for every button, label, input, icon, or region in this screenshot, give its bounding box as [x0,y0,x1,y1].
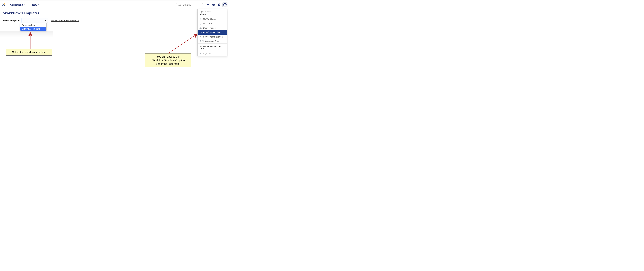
menu-server-administration[interactable]: Server Administration [198,35,227,39]
menu-user-directory-label: User Directory [203,27,216,29]
svg-rect-15 [200,20,200,20]
search-box[interactable] [176,3,203,7]
svg-rect-11 [200,19,200,19]
svg-rect-4 [3,4,4,6]
svg-rect-12 [200,19,201,19]
svg-text:?: ? [218,4,220,6]
search-input[interactable] [180,4,202,6]
svg-rect-16 [200,20,201,20]
nav-new-label: New + [32,4,39,6]
select-template-label: Select Template: [3,19,20,22]
nav-new[interactable]: New + [32,4,39,6]
menu-user-directory[interactable]: User Directory [198,26,227,30]
svg-rect-2 [2,3,3,5]
menu-customer-portal[interactable]: Customer Portal [198,39,227,43]
notifications-bell-icon[interactable] [206,3,210,7]
app-stage: Collections New + ? Workflow Templates S… [0,0,228,96]
version-label: Version: [200,45,207,47]
nav-collections-label: Collections [10,4,23,6]
svg-line-6 [179,5,180,6]
signed-in-as-label: Signed in as: [200,11,225,13]
menu-workflow-templates[interactable]: Workflow Templates [198,30,227,35]
menu-find-tasks[interactable]: Find Tasks [198,22,227,26]
arrow-to-user-menu-icon [168,34,197,53]
template-option-basic[interactable]: Basic workflow [20,23,46,27]
svg-rect-18 [200,23,201,23]
page-title: Workflow Templates [3,11,39,16]
menu-workflow-templates-label: Workflow Templates [203,31,222,34]
callout-select-template-text: Select the workflow template [9,50,49,54]
svg-point-20 [201,28,201,28]
template-dropdown-list: Basic workflow Workflow Template [20,23,46,31]
user-menu-dropdown: Signed in as: admin My Workflows Find Ta… [198,9,228,56]
user-menu-header: Signed in as: admin [198,9,227,17]
callout-user-menu-line1: You can access the [148,55,188,59]
callout-user-menu-hint: You can access the “Workflow Templates” … [145,53,191,67]
search-icon [178,4,180,6]
menu-server-administration-label: Server Administration [203,36,222,38]
menu-my-workflows[interactable]: My Workflows [198,17,227,22]
menu-sign-out[interactable]: Sign Out [198,51,227,56]
svg-rect-13 [200,19,200,19]
svg-rect-1 [2,5,3,6]
menu-find-tasks-label: Find Tasks [203,23,213,25]
select-template-row: Select Template: View in Platform Govern… [3,18,79,23]
basket-icon[interactable] [212,3,216,7]
view-in-governance-link[interactable]: View in Platform Governance [51,19,79,22]
app-logo-icon [2,3,6,7]
shade-decoration [0,31,53,37]
svg-point-10 [224,4,226,5]
list-icon [199,18,202,20]
clipboard-icon [199,23,202,25]
template-option-workflow-template[interactable]: Workflow Template [20,27,46,31]
callout-select-template: Select the workflow template [6,49,52,56]
version-row: Version: 8.0.0 (20240507-1314) [198,44,227,51]
signed-in-username: admin [200,13,225,16]
menu-sign-out-label: Sign Out [203,52,211,55]
callout-user-menu-line3: under the user menu [148,62,188,66]
callout-user-menu-line2: “Workflow Templates” option [148,59,188,62]
gear-icon [199,31,202,34]
external-link-icon [202,40,204,42]
svg-rect-17 [200,23,201,25]
svg-rect-14 [200,19,201,19]
svg-rect-3 [4,5,5,6]
sign-out-icon [199,52,202,55]
top-bar: Collections New + ? [0,1,228,9]
user-menu-button[interactable] [222,2,228,7]
menu-my-workflows-label: My Workflows [203,18,216,20]
svg-point-5 [178,4,179,6]
svg-point-19 [200,27,200,28]
wrench-icon [199,36,202,38]
chevron-down-icon [24,5,25,5]
help-icon[interactable]: ? [217,3,221,7]
chevron-down-icon [45,19,47,22]
globe-icon [199,40,204,42]
svg-rect-0 [4,3,5,5]
users-icon [199,27,202,29]
nav-collections[interactable]: Collections [10,4,25,6]
menu-customer-portal-label: Customer Portal [205,40,220,42]
template-select[interactable] [22,18,48,23]
